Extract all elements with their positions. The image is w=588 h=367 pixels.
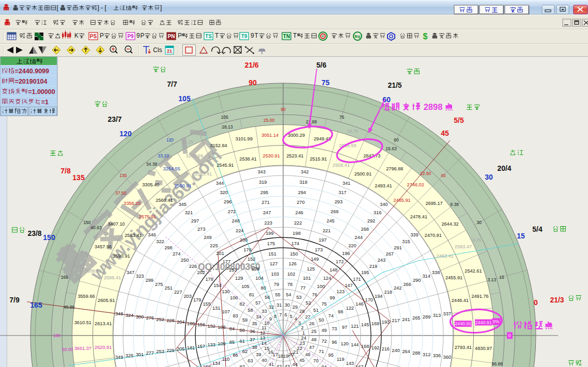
svg-text:17: 17 [273, 352, 278, 357]
svg-text:2478.41: 2478.41 [410, 214, 427, 219]
svg-text:3559.66: 3559.66 [78, 294, 95, 299]
svg-text:2523.41: 2523.41 [286, 153, 303, 158]
svg-text:300: 300 [136, 314, 144, 320]
svg-text:360: 360 [443, 355, 452, 360]
svg-text:79: 79 [274, 282, 279, 287]
svg-text:243: 243 [378, 258, 386, 263]
svg-text:128: 128 [252, 266, 260, 272]
svg-text:2796.88: 2796.88 [386, 166, 403, 171]
svg-text:296: 296 [224, 199, 232, 204]
svg-text:2491.76: 2491.76 [471, 294, 488, 299]
svg-text:2695.17: 2695.17 [425, 201, 442, 206]
svg-text:7/9: 7/9 [9, 296, 20, 304]
svg-text:49: 49 [321, 328, 327, 333]
svg-text:124: 124 [323, 276, 331, 281]
svg-text:94: 94 [321, 364, 327, 367]
svg-text:32: 32 [269, 305, 274, 310]
svg-text:25: 25 [311, 329, 316, 334]
svg-text:322: 322 [156, 239, 164, 244]
svg-text:37: 37 [250, 337, 255, 342]
svg-text:25.00: 25.00 [264, 118, 275, 123]
svg-text:84: 84 [229, 326, 235, 331]
svg-text:165: 165 [30, 301, 42, 309]
svg-text:5: 5 [290, 314, 292, 319]
svg-text:86: 86 [233, 353, 238, 358]
svg-text:126: 126 [289, 261, 297, 266]
svg-text:1: 1 [302, 330, 305, 336]
svg-text:119: 119 [336, 357, 344, 362]
svg-text:2485.91: 2485.91 [393, 198, 410, 203]
svg-text:2463.41: 2463.41 [436, 253, 453, 259]
svg-text:156: 156 [197, 322, 206, 327]
svg-text:197: 197 [319, 237, 327, 243]
svg-text:276: 276 [146, 315, 154, 321]
svg-text:250: 250 [181, 258, 189, 263]
svg-text:318: 318 [299, 180, 307, 185]
svg-text:148: 148 [330, 267, 338, 273]
svg-text:45: 45 [441, 129, 449, 137]
svg-text:21/3: 21/3 [550, 296, 564, 304]
svg-text:252: 252 [156, 317, 164, 322]
svg-text:194: 194 [375, 294, 383, 299]
svg-text:48: 48 [311, 337, 316, 342]
svg-text:324: 324 [126, 313, 134, 318]
svg-text:15.63: 15.63 [385, 146, 397, 151]
svg-text:34: 34 [256, 314, 261, 320]
svg-text:18: 18 [278, 354, 283, 359]
svg-text:2793.41: 2793.41 [455, 345, 472, 350]
svg-text:54: 54 [286, 292, 291, 297]
svg-text:277: 277 [146, 350, 154, 356]
svg-text:143: 143 [346, 361, 354, 366]
svg-text:130: 130 [222, 289, 230, 294]
svg-text:43.75: 43.75 [73, 264, 85, 269]
svg-text:]: ] [160, 4, 162, 11]
svg-text:2598.41: 2598.41 [104, 275, 121, 280]
svg-text:3661.37: 3661.37 [74, 346, 91, 351]
svg-text:12.50: 12.50 [420, 171, 431, 176]
svg-text:109: 109 [218, 341, 226, 346]
svg-text:346: 346 [148, 232, 156, 237]
svg-text:227: 227 [174, 290, 182, 295]
svg-text:343: 343 [257, 169, 266, 174]
svg-text:31.25: 31.25 [182, 139, 193, 145]
svg-text:=1.00000: =1.00000 [28, 88, 55, 95]
svg-text:224: 224 [236, 228, 244, 233]
svg-text:319: 319 [259, 180, 267, 185]
svg-text:98: 98 [338, 309, 343, 314]
svg-text:120: 120 [119, 130, 132, 138]
svg-text:192: 192 [372, 345, 380, 350]
svg-text:272: 272 [228, 209, 236, 214]
svg-text:0: 0 [508, 333, 510, 338]
svg-text:2440.91: 2440.91 [475, 320, 492, 325]
svg-text:193: 193 [382, 320, 390, 325]
svg-text:15: 15 [499, 275, 504, 280]
svg-text:53: 53 [296, 295, 301, 300]
svg-text:157: 157 [197, 344, 206, 349]
svg-text:171: 171 [353, 277, 361, 282]
svg-text:7/8: 7/8 [60, 167, 71, 175]
svg-text:21: 21 [167, 49, 172, 54]
svg-text:70: 70 [313, 358, 318, 363]
svg-text:3356.25: 3356.25 [123, 201, 141, 206]
svg-text:K: K [74, 32, 79, 39]
svg-text:298: 298 [164, 245, 173, 250]
svg-text:2575.91: 2575.91 [139, 214, 156, 219]
svg-text:75: 75 [339, 115, 345, 120]
svg-text:8: 8 [274, 314, 276, 319]
svg-text:41: 41 [269, 362, 274, 367]
svg-text:23/7: 23/7 [107, 115, 121, 123]
svg-text:222: 222 [294, 220, 302, 226]
svg-text:35: 35 [252, 321, 257, 326]
svg-text:45: 45 [299, 358, 304, 363]
svg-text:275: 275 [155, 282, 163, 287]
svg-text:131: 131 [212, 306, 221, 311]
svg-text:121: 121 [351, 324, 359, 329]
svg-text:46: 46 [305, 352, 310, 357]
svg-text:2746.02: 2746.02 [407, 182, 424, 187]
svg-text:2605.91: 2605.91 [98, 298, 115, 303]
svg-text:337: 337 [443, 311, 452, 316]
svg-text:44: 44 [292, 362, 298, 367]
svg-text:52: 52 [306, 300, 311, 306]
svg-text:82: 82 [240, 301, 245, 307]
svg-text:225: 225 [210, 243, 218, 248]
